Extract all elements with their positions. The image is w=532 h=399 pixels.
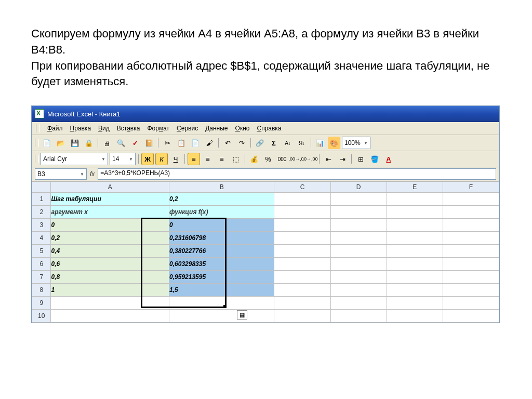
cell-a4[interactable]: 0,2 [51, 232, 169, 245]
new-button[interactable]: 📄 [41, 137, 53, 149]
font-color-button[interactable]: A [382, 153, 395, 165]
zoom-box[interactable]: 100%▼ [342, 137, 370, 149]
col-header-e[interactable]: E [387, 182, 443, 193]
increase-decimal-button[interactable]: ,00→,0 [290, 153, 302, 165]
borders-button[interactable]: ⊞ [354, 153, 367, 165]
cell-b3[interactable]: 0 [169, 219, 274, 232]
format-painter-button[interactable]: 🖌 [203, 137, 216, 149]
menu-insert[interactable]: Вставка [117, 125, 140, 132]
cell-e1[interactable] [387, 193, 443, 206]
menu-help[interactable]: Справка [257, 125, 281, 132]
align-right-button[interactable]: ≡ [216, 153, 228, 165]
select-all-corner[interactable] [32, 182, 51, 193]
redo-button[interactable]: ↷ [235, 137, 248, 149]
merge-button[interactable]: ⬚ [230, 153, 242, 165]
cell-a6[interactable]: 0,6 [51, 258, 169, 271]
cell-a5[interactable]: 0,4 [51, 245, 169, 258]
row-header-9[interactable]: 9 [32, 297, 51, 310]
bold-button[interactable]: Ж [141, 153, 154, 165]
align-left-button[interactable]: ≡ [188, 153, 200, 165]
formula-input[interactable]: =A3^3+0,5*КОРЕНЬ(A3) [98, 168, 496, 180]
save-button[interactable]: 💾 [69, 137, 81, 149]
font-name-box[interactable]: Arial Cyr▼ [41, 153, 108, 165]
autofill-options-button[interactable] [237, 310, 247, 320]
excel-icon [35, 109, 44, 118]
autosum-button[interactable]: Σ [268, 137, 280, 149]
menu-data[interactable]: Данные [205, 125, 228, 132]
col-header-a[interactable]: A [51, 182, 169, 193]
cell-b1[interactable]: 0,2 [169, 193, 274, 206]
chart-button[interactable]: 📊 [314, 137, 326, 149]
drawing-button[interactable]: 🎨 [328, 137, 340, 149]
toolbar-handle-2[interactable] [35, 155, 39, 163]
research-button[interactable]: 📔 [143, 137, 155, 149]
print-button[interactable]: 🖨 [101, 137, 113, 149]
row-header-8[interactable]: 8 [32, 284, 51, 297]
align-center-button[interactable]: ≡ [202, 153, 214, 165]
increase-indent-button[interactable]: ⇥ [336, 153, 349, 165]
preview-button[interactable]: 🔍 [115, 137, 127, 149]
menu-tools[interactable]: Сервис [177, 125, 198, 132]
sort-desc-button[interactable]: Я↓ [296, 137, 308, 149]
fill-color-button[interactable]: 🪣 [368, 153, 381, 165]
cell-a7[interactable]: 0,8 [51, 271, 169, 284]
currency-button[interactable]: 💰 [248, 153, 260, 165]
underline-button[interactable]: Ч [169, 153, 182, 165]
comma-button[interactable]: 000 [276, 153, 288, 165]
menu-format[interactable]: Формат [147, 125, 169, 132]
cell-f1[interactable] [443, 193, 499, 206]
menu-handle[interactable] [36, 124, 40, 132]
col-header-f[interactable]: F [443, 182, 499, 193]
standard-toolbar: 📄 📂 💾 🔒 🖨 🔍 ✓ 📔 ✂ 📋 📄 🖌 ↶ ↷ 🔗 Σ A↓ Я↓ 📊 [32, 135, 499, 151]
hyperlink-button[interactable]: 🔗 [254, 137, 266, 149]
cell-c2[interactable] [274, 206, 330, 219]
name-box[interactable]: B3▼ [35, 168, 87, 180]
window-title: Microsoft Excel - Книга1 [47, 110, 121, 118]
formatting-toolbar: Arial Cyr▼ 14▼ Ж К Ч ≡ ≡ ≡ ⬚ 💰 % 000 ,00… [32, 151, 499, 167]
row-header-1[interactable]: 1 [32, 193, 51, 206]
menu-view[interactable]: Вид [98, 125, 110, 132]
italic-button[interactable]: К [155, 153, 168, 165]
spellcheck-button[interactable]: ✓ [129, 137, 141, 149]
cell-a1[interactable]: Шаг табуляции [51, 193, 169, 206]
col-header-c[interactable]: C [274, 182, 330, 193]
cell-c1[interactable] [274, 193, 330, 206]
menu-edit[interactable]: Правка [70, 125, 91, 132]
font-size-box[interactable]: 14▼ [110, 153, 136, 165]
cell-d1[interactable] [330, 193, 387, 206]
row-header-7[interactable]: 7 [32, 271, 51, 284]
paste-button[interactable]: 📄 [189, 137, 202, 149]
percent-button[interactable]: % [262, 153, 274, 165]
row-header-6[interactable]: 6 [32, 258, 51, 271]
cell-b2[interactable]: функция f(x) [169, 206, 274, 219]
cell-b8[interactable]: 1,5 [169, 284, 274, 297]
undo-button[interactable]: ↶ [221, 137, 234, 149]
cell-b5[interactable]: 0,380227766 [169, 245, 274, 258]
cell-a2[interactable]: аргумент x [51, 206, 169, 219]
cell-a3[interactable]: 0 [51, 219, 169, 232]
cell-b7[interactable]: 0,959213595 [169, 271, 274, 284]
row-header-5[interactable]: 5 [32, 245, 51, 258]
decrease-indent-button[interactable]: ⇤ [322, 153, 335, 165]
title-bar: Microsoft Excel - Книга1 [32, 106, 499, 122]
cell-b6[interactable]: 0,603298335 [169, 258, 274, 271]
row-header-3[interactable]: 3 [32, 219, 51, 232]
row-header-4[interactable]: 4 [32, 232, 51, 245]
col-header-b[interactable]: B [169, 182, 274, 193]
cell-a8[interactable]: 1 [51, 284, 169, 297]
toolbar-handle[interactable] [35, 139, 39, 147]
cell-b4[interactable]: 0,231606798 [169, 232, 274, 245]
menu-file[interactable]: Файл [47, 125, 63, 132]
cut-button[interactable]: ✂ [161, 137, 174, 149]
row-header-2[interactable]: 2 [32, 206, 51, 219]
permission-button[interactable]: 🔒 [83, 137, 95, 149]
description-text: Скопируем формулу из ячейки A4 в ячейки … [31, 26, 501, 90]
row-header-10[interactable]: 10 [32, 310, 51, 323]
col-header-d[interactable]: D [330, 182, 387, 193]
sort-asc-button[interactable]: A↓ [282, 137, 294, 149]
copy-button[interactable]: 📋 [175, 137, 188, 149]
menu-window[interactable]: Окно [235, 125, 250, 132]
open-button[interactable]: 📂 [55, 137, 67, 149]
decrease-decimal-button[interactable]: ,0→,00 [304, 153, 316, 165]
fx-label[interactable]: fx [90, 170, 95, 178]
